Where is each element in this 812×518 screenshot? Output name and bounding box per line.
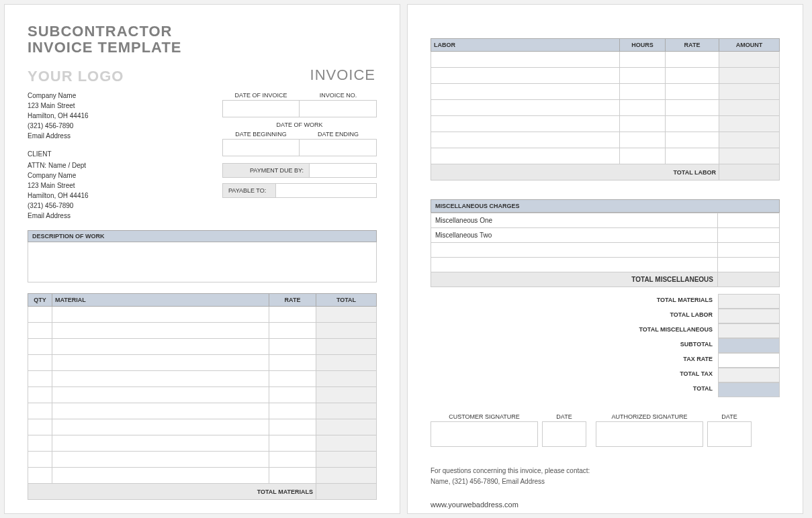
total-misc-label: TOTAL MISCELLANEOUS — [431, 272, 718, 287]
company-and-client-block: Company Name 123 Main Street Hamilton, O… — [28, 91, 202, 221]
col-hours: HOURS — [620, 39, 666, 52]
table-row — [431, 84, 780, 100]
col-labor: LABOR — [431, 39, 620, 52]
date-ending-field[interactable] — [300, 139, 377, 156]
misc-row-1[interactable]: Miscellaneous One — [431, 213, 718, 228]
labor-table: LABOR HOURS RATE AMOUNT TOTAL LABOR — [431, 38, 780, 180]
total-labor-label: TOTAL LABOR — [431, 164, 719, 180]
table-row — [431, 132, 780, 148]
date-of-work-label: DATE OF WORK — [222, 120, 377, 130]
col-material: MATERIAL — [52, 294, 269, 307]
signature-section: CUSTOMER SIGNATURE DATE AUTHORIZED SIGNA… — [431, 413, 780, 447]
col-rate: RATE — [269, 294, 316, 307]
misc-table: Miscellaneous One Miscellaneous Two TOTA… — [431, 213, 780, 287]
invoice-no-label: INVOICE NO. — [300, 91, 377, 100]
col-qty: QTY — [28, 294, 52, 307]
company-name: Company Name — [28, 91, 202, 101]
total-misc-value — [718, 272, 780, 287]
summary-total-tax: TOTAL TAX — [617, 368, 718, 382]
table-row — [28, 435, 377, 452]
table-row — [431, 116, 780, 132]
table-row — [28, 355, 377, 371]
client-heading: CLIENT — [28, 149, 202, 159]
invoice-meta-block: DATE OF INVOICE INVOICE NO. DATE OF WORK… — [222, 91, 377, 221]
contact-line-1: For questions concerning this invoice, p… — [431, 466, 780, 476]
client-name: Company Name — [28, 170, 202, 180]
date-beginning-label: DATE BEGINNING — [222, 130, 300, 139]
table-row — [28, 307, 377, 323]
payable-to-field[interactable] — [276, 183, 377, 198]
table-row: Miscellaneous One — [431, 213, 780, 228]
misc-heading: MISCELLANEOUS CHARGES — [431, 199, 780, 213]
authorized-signature-field[interactable] — [596, 421, 703, 447]
client-email: Email Address — [28, 211, 202, 221]
materials-total-row: TOTAL MATERIALS — [28, 484, 377, 500]
summary-total: TOTAL — [617, 382, 718, 397]
authorized-date-field[interactable] — [707, 421, 752, 447]
date-of-invoice-label: DATE OF INVOICE — [222, 91, 300, 100]
invoice-no-field[interactable] — [300, 100, 377, 117]
table-row — [28, 323, 377, 339]
total-materials-value — [316, 484, 377, 500]
table-row — [28, 339, 377, 355]
summary-total-materials: TOTAL MATERIALS — [617, 294, 718, 309]
misc-total-row: TOTAL MISCELLANEOUS — [431, 272, 780, 287]
payable-to-label: PAYABLE TO: — [222, 183, 276, 198]
table-row — [28, 452, 377, 468]
col-amount: AMOUNT — [719, 39, 780, 52]
total-labor-value — [719, 164, 780, 180]
labor-total-row: TOTAL LABOR — [431, 164, 780, 180]
customer-signature-label: CUSTOMER SIGNATURE — [431, 413, 538, 421]
date-beginning-field[interactable] — [222, 139, 300, 156]
misc-row-2[interactable]: Miscellaneous Two — [431, 228, 718, 243]
doc-title-line1: SUBCONTRACTOR — [28, 23, 377, 40]
client-street: 123 Main Street — [28, 180, 202, 191]
invoice-page-2: LABOR HOURS RATE AMOUNT TOTAL LABOR MISC… — [407, 4, 803, 514]
description-field[interactable] — [28, 242, 377, 282]
description-heading: DESCRIPTION OF WORK — [28, 230, 377, 242]
date-of-invoice-field[interactable] — [222, 100, 300, 117]
payment-due-field[interactable] — [310, 163, 377, 178]
date-ending-label: DATE ENDING — [300, 130, 377, 139]
client-city: Hamilton, OH 44416 — [28, 191, 202, 201]
doc-title-line2: INVOICE TEMPLATE — [28, 40, 377, 56]
summary-tax-rate: TAX RATE — [617, 353, 718, 368]
table-row — [28, 371, 377, 387]
invoice-heading: INVOICE — [310, 66, 375, 84]
payment-due-label: PAYMENT DUE BY: — [222, 163, 310, 178]
table-row — [431, 258, 780, 272]
customer-date-label: DATE — [542, 413, 586, 421]
company-street: 123 Main Street — [28, 101, 202, 111]
company-email: Email Address — [28, 131, 202, 141]
table-row: Miscellaneous Two — [431, 228, 780, 243]
client-phone: (321) 456-7890 — [28, 201, 202, 211]
summary-total-misc: TOTAL MISCELLANEOUS — [617, 323, 718, 338]
customer-signature-field[interactable] — [431, 421, 538, 447]
table-row — [431, 148, 780, 164]
authorized-date-label: DATE — [707, 413, 752, 421]
summary-total-labor: TOTAL LABOR — [617, 309, 718, 323]
authorized-signature-label: AUTHORIZED SIGNATURE — [596, 413, 703, 421]
total-materials-label: TOTAL MATERIALS — [28, 484, 316, 500]
col-total: TOTAL — [316, 294, 377, 307]
table-row — [28, 468, 377, 484]
customer-date-field[interactable] — [542, 421, 586, 447]
table-row — [28, 387, 377, 403]
col-labor-rate: RATE — [666, 39, 719, 52]
table-row — [28, 419, 377, 435]
table-row — [431, 68, 780, 84]
company-phone: (321) 456-7890 — [28, 121, 202, 131]
company-city: Hamilton, OH 44416 — [28, 111, 202, 121]
table-row — [431, 52, 780, 68]
summary-subtotal: SUBTOTAL — [617, 338, 718, 353]
contact-line-2: Name, (321) 456-7890, Email Address — [431, 476, 780, 487]
table-row — [28, 403, 377, 419]
table-row — [431, 100, 780, 116]
summary-block: TOTAL MATERIALS TOTAL LABOR TOTAL MISCEL… — [431, 294, 780, 397]
materials-table: QTY MATERIAL RATE TOTAL TOTAL MATERIALS — [28, 293, 377, 500]
client-attn: ATTN: Name / Dept — [28, 160, 202, 170]
table-row — [431, 243, 780, 258]
invoice-page-1: SUBCONTRACTOR INVOICE TEMPLATE YOUR LOGO… — [4, 4, 400, 514]
web-address: www.yourwebaddress.com — [431, 501, 780, 509]
contact-block: For questions concerning this invoice, p… — [431, 466, 780, 487]
